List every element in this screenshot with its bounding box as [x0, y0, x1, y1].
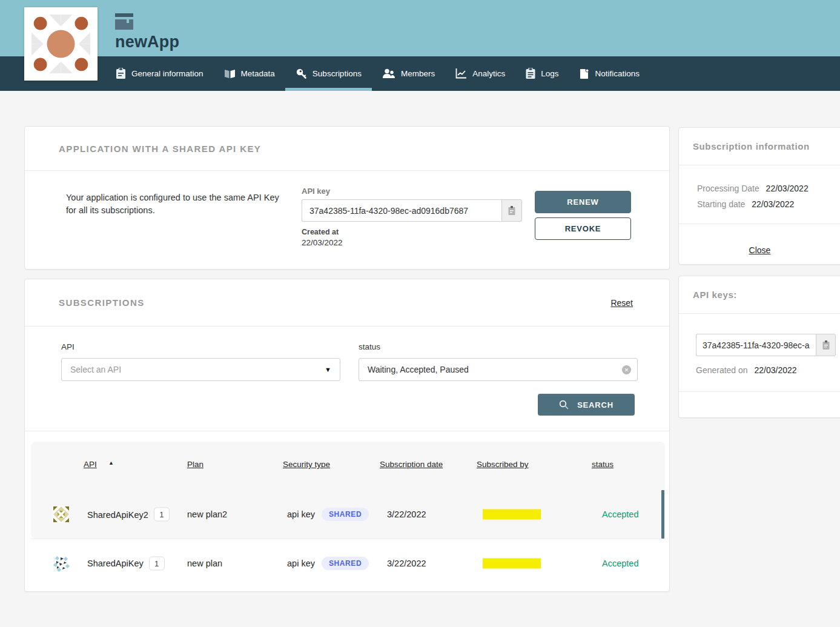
copy-api-key-button[interactable]	[501, 199, 522, 222]
search-icon	[559, 400, 569, 410]
subscriptions-table: API ▲ Plan Security type Subscription da…	[31, 442, 665, 587]
tab-label: Logs	[541, 69, 558, 78]
plan-name: new plan2	[187, 509, 227, 519]
app-avatar	[24, 7, 98, 81]
column-header-subscription-date[interactable]: Subscription date	[380, 460, 443, 469]
tab-label: General information	[131, 69, 203, 78]
reset-link[interactable]: Reset	[610, 298, 633, 308]
starting-date-value: 22/03/2022	[752, 199, 794, 209]
divider	[679, 224, 840, 224]
column-header-plan[interactable]: Plan	[187, 460, 203, 469]
api-select-placeholder: Select an API	[70, 365, 325, 374]
renew-button[interactable]: RENEW	[535, 191, 631, 213]
close-link[interactable]: Close	[749, 245, 771, 255]
tab-general-information[interactable]: General information	[105, 56, 214, 91]
tab-bar: General information Metadata Subscriptio…	[0, 56, 840, 91]
api-avatar	[53, 555, 70, 572]
status-value: Accepted	[602, 509, 638, 519]
api-select[interactable]: Select an API ▼	[61, 358, 340, 381]
subscription-date: 3/22/2022	[387, 559, 426, 568]
card-title: APPLICATION WITH A SHARED API KEY	[59, 144, 261, 154]
subscribed-by-redacted	[483, 558, 541, 568]
column-header-status[interactable]: status	[592, 460, 613, 469]
tab-analytics[interactable]: Analytics	[445, 56, 515, 91]
application-icon	[115, 13, 133, 30]
copy-api-key-button[interactable]	[816, 334, 836, 356]
chart-icon	[455, 68, 467, 79]
notification-icon	[579, 68, 589, 79]
shared-key-description: Your application is configured to use th…	[66, 191, 289, 217]
panel-title: Subscription information	[693, 141, 810, 151]
security-type: api key	[287, 509, 315, 519]
revoke-button[interactable]: REVOKE	[535, 217, 631, 240]
tab-logs[interactable]: Logs	[515, 56, 569, 91]
tab-label: Notifications	[595, 69, 640, 78]
generated-on-value: 22/03/2022	[755, 365, 797, 375]
copy-icon	[508, 205, 516, 216]
tab-label: Subscriptions	[313, 69, 362, 78]
divider	[25, 431, 669, 431]
search-button-label: SEARCH	[577, 400, 613, 410]
status-filter-input[interactable]	[359, 358, 638, 381]
api-key-input[interactable]	[302, 199, 501, 222]
tab-label: Members	[401, 69, 435, 78]
created-at-label: Created at	[302, 228, 522, 236]
subscription-information-panel: Subscription information Processing Date…	[678, 127, 840, 265]
book-icon	[224, 68, 236, 79]
created-at-value: 22/03/2022	[302, 238, 522, 247]
table-row[interactable]: SharedApiKey 1 new plan api key SHARED 3…	[31, 539, 665, 587]
api-name: SharedApiKey	[87, 559, 144, 568]
subscription-count-badge: 1	[149, 556, 165, 570]
api-keys-panel: API keys: Generated on 22/03/2022	[678, 276, 840, 418]
api-key-label: API key	[302, 187, 522, 196]
shared-chip: SHARED	[322, 508, 369, 521]
sidebar-api-key-input[interactable]	[696, 334, 816, 356]
starting-date-label: Starting date	[697, 199, 745, 209]
tab-metadata[interactable]: Metadata	[214, 56, 285, 91]
tab-label: Metadata	[241, 69, 275, 78]
divider	[679, 391, 840, 392]
key-icon	[296, 68, 307, 79]
processing-date-label: Processing Date	[697, 184, 759, 193]
security-type: api key	[287, 559, 315, 568]
subscription-count-badge: 1	[154, 508, 170, 522]
subscriptions-card: SUBSCRIPTIONS Reset API Select an API ▼ …	[24, 279, 670, 592]
search-button[interactable]: SEARCH	[538, 394, 635, 416]
subscribed-by-redacted	[483, 509, 541, 520]
logs-icon	[526, 68, 535, 79]
api-name: SharedApiKey2	[87, 509, 148, 519]
column-header-api[interactable]: API	[84, 460, 97, 469]
chevron-down-icon: ▼	[325, 366, 331, 373]
table-scrollbar[interactable]	[661, 490, 664, 539]
column-header-subscribed-by[interactable]: Subscribed by	[477, 460, 529, 469]
api-avatar	[53, 506, 70, 523]
app-avatar-pattern	[24, 7, 98, 81]
status-value: Accepted	[602, 559, 638, 568]
tab-members[interactable]: Members	[372, 56, 445, 91]
clear-status-icon[interactable]: ✕	[622, 365, 631, 374]
clipboard-icon	[116, 68, 126, 79]
sort-asc-icon[interactable]: ▲	[108, 460, 114, 466]
api-filter-label: API	[61, 342, 74, 351]
plan-name: new plan	[187, 559, 222, 568]
processing-date-value: 22/03/2022	[766, 184, 809, 193]
subscription-date: 3/22/2022	[387, 509, 426, 519]
table-row[interactable]: SharedApiKey2 1 new plan2 api key SHARED…	[31, 490, 665, 539]
status-filter-label: status	[359, 342, 380, 351]
tab-label: Analytics	[472, 69, 505, 78]
panel-title: API keys:	[693, 290, 737, 300]
tab-notifications[interactable]: Notifications	[569, 56, 650, 91]
shared-chip: SHARED	[322, 557, 369, 570]
tab-subscriptions[interactable]: Subscriptions	[285, 56, 372, 91]
card-title: SUBSCRIPTIONS	[59, 297, 145, 308]
generated-on-label: Generated on	[696, 365, 748, 375]
shared-api-key-card: APPLICATION WITH A SHARED API KEY Your a…	[24, 126, 670, 270]
app-title-block: newApp	[115, 13, 179, 51]
table-header-row: API ▲ Plan Security type Subscription da…	[31, 442, 665, 490]
members-icon	[382, 68, 395, 79]
copy-icon	[822, 340, 830, 350]
column-header-security-type[interactable]: Security type	[283, 460, 330, 469]
page-title: newApp	[115, 33, 179, 51]
